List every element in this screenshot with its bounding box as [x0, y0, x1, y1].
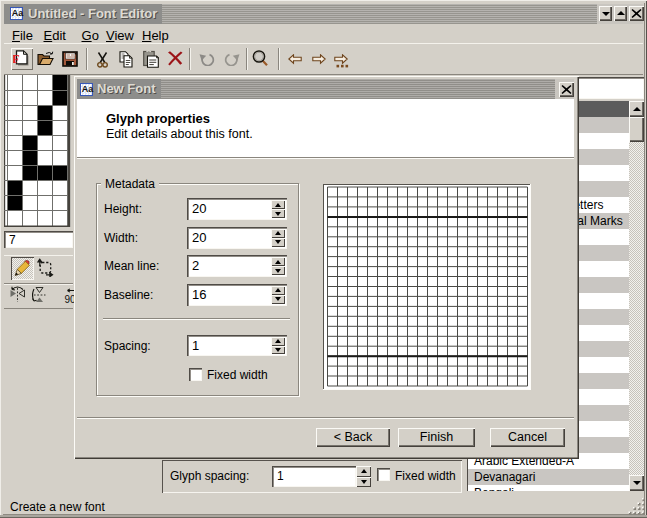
svg-text:F: F: [13, 52, 20, 66]
